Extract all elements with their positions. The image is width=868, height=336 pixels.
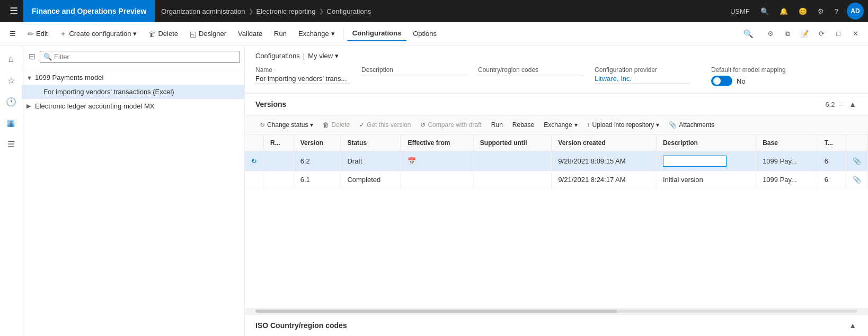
attachments-button[interactable]: 📎 Attachments	[665, 119, 719, 131]
search-bar-button[interactable]: 🔍	[738, 26, 759, 42]
provider-value[interactable]: Litware, Inc.	[595, 75, 690, 84]
table-row[interactable]: ↻ 6.2 Draft 📅 9/28/2021 8:09:15 AM	[245, 151, 868, 171]
restore-button[interactable]: ⟳	[813, 25, 830, 42]
notes-button[interactable]: 📝	[796, 25, 813, 42]
attachment-icon-row1: 📎	[853, 157, 861, 165]
versions-exchange-button[interactable]: Exchange ▾	[539, 119, 581, 131]
th-t[interactable]: T...	[818, 135, 846, 151]
sidebar-icons: ⌂ ☆ 🕐 ▦ ☰	[0, 46, 22, 336]
td-attachment-2[interactable]: 📎	[846, 171, 868, 188]
avatar[interactable]: AD	[847, 3, 864, 20]
table-row[interactable]: 6.1 Completed 9/21/2021 8:24:17 AM Initi…	[245, 171, 868, 188]
versions-delete-icon: 🗑	[323, 121, 329, 129]
provider-label: Configuration provider	[595, 66, 690, 74]
config-fields: Name For importing vendors' trans... Des…	[255, 66, 857, 86]
country-field-group: Country/region codes	[478, 66, 584, 76]
filter-icon-button[interactable]: ⊟	[26, 50, 38, 63]
sidebar-favorites-button[interactable]: ☆	[2, 71, 21, 90]
th-version[interactable]: Version	[294, 135, 341, 151]
config-breadcrumb-configs[interactable]: Configurations	[255, 52, 300, 60]
versions-table: R... Version Status Effective from Suppo…	[245, 135, 868, 188]
hamburger-icon: ☰	[10, 5, 18, 17]
th-supported-until[interactable]: Supported until	[473, 135, 552, 151]
breadcrumb-electronic-reporting[interactable]: Electronic reporting	[256, 7, 316, 15]
options-button[interactable]: Options	[408, 26, 442, 41]
company-selector[interactable]: USMF	[726, 0, 754, 22]
personalize-button[interactable]: ⚙	[762, 25, 779, 42]
exchange-button[interactable]: Exchange ▾	[293, 26, 340, 41]
search-nav-button[interactable]: 🔍	[756, 0, 773, 22]
left-panel-header: ⊟ 🔍	[22, 46, 244, 68]
create-configuration-button[interactable]: ＋ Create configuration ▾	[54, 26, 142, 42]
hamburger-menu-button[interactable]: ☰	[4, 26, 21, 41]
mapping-toggle[interactable]	[711, 76, 732, 86]
description-label: Description	[361, 66, 467, 74]
edit-button[interactable]: ✏ Edit	[22, 26, 53, 41]
help-button[interactable]: ?	[830, 0, 843, 22]
sidebar-modules-button[interactable]: ☰	[2, 134, 21, 153]
rebase-button[interactable]: Rebase	[508, 119, 538, 131]
tree-item-1099-payments[interactable]: ▼ 1099 Payments model	[22, 70, 244, 85]
get-this-version-button[interactable]: ✓ Get this version	[355, 119, 415, 131]
command-bar: ☰ ✏ Edit ＋ Create configuration ▾ 🗑 Dele…	[0, 22, 868, 46]
maximize-button[interactable]: □	[830, 25, 847, 42]
breadcrumb-configurations[interactable]: Configurations	[327, 7, 371, 15]
iso-collapse-button[interactable]: ▲	[848, 320, 857, 331]
delete-button[interactable]: 🗑 Delete	[143, 26, 183, 41]
description-input[interactable]	[663, 156, 727, 167]
td-refresh-icon: ↻	[245, 151, 264, 171]
my-view-button[interactable]: My view ▾	[308, 52, 339, 60]
tree-item-ledger[interactable]: ▶ Electronic ledger accounting model MX	[22, 99, 244, 113]
versions-collapse-button[interactable]: ▲	[848, 99, 857, 110]
breadcrumb-org-admin[interactable]: Organization administration	[161, 7, 245, 15]
change-status-button[interactable]: ↻ Change status ▾	[255, 119, 317, 131]
table-header-row: R... Version Status Effective from Suppo…	[245, 135, 868, 151]
compare-with-draft-button[interactable]: ↺ Compare with draft	[416, 119, 485, 131]
get-version-icon: ✓	[359, 121, 365, 129]
td-description-editing[interactable]	[656, 151, 756, 171]
designer-button[interactable]: ◱ Designer	[184, 26, 232, 41]
notifications-button[interactable]: 🔔	[775, 0, 792, 22]
app-menu-button[interactable]: ☰	[4, 0, 23, 22]
attachment-icon-row2: 📎	[853, 176, 861, 184]
chat-button[interactable]: 😊	[794, 0, 811, 22]
sidebar-recent-button[interactable]: 🕐	[2, 92, 21, 111]
td-version-created-2: 9/21/2021 8:24:17 AM	[552, 171, 657, 188]
open-new-window-button[interactable]: ⧉	[779, 25, 796, 42]
close-panel-button[interactable]: ✕	[847, 25, 864, 42]
sidebar-workspaces-button[interactable]: ▦	[2, 113, 21, 132]
td-attachment[interactable]: 📎	[846, 151, 868, 171]
cmd-separator	[343, 28, 344, 40]
scrollbar-track	[255, 310, 857, 313]
star-icon: ☆	[7, 76, 15, 86]
sidebar-home-button[interactable]: ⌂	[2, 50, 21, 69]
settings-button[interactable]: ⚙	[813, 0, 828, 22]
th-base[interactable]: Base	[756, 135, 818, 151]
th-status[interactable]: Status	[341, 135, 401, 151]
td-t: 6	[818, 151, 846, 171]
versions-current: 6.2	[825, 101, 835, 108]
th-effective-from[interactable]: Effective from	[401, 135, 473, 151]
scrollbar-thumb[interactable]	[255, 310, 617, 313]
upload-icon: ↑	[587, 121, 590, 129]
breadcrumb-sep-2: ❯	[319, 8, 324, 15]
clock-icon: 🕐	[6, 97, 16, 107]
calendar-icon[interactable]: 📅	[408, 157, 416, 165]
name-field-group: Name For importing vendors' trans...	[255, 66, 351, 84]
horizontal-scrollbar[interactable]	[245, 308, 868, 314]
run-button[interactable]: Run	[269, 26, 292, 41]
versions-run-button[interactable]: Run	[487, 119, 507, 131]
tree-expand-icon-ledger: ▶	[26, 103, 35, 110]
tree-item-import-excel[interactable]: For importing vendors' transactions (Exc…	[22, 85, 244, 99]
validate-button[interactable]: Validate	[233, 26, 268, 41]
versions-header: Versions 6.2 -- ▲	[245, 93, 868, 115]
th-description[interactable]: Description	[656, 135, 756, 151]
td-status: Draft	[341, 151, 401, 171]
filter-input[interactable]	[54, 53, 236, 61]
upload-into-repository-button[interactable]: ↑ Upload into repository ▾	[583, 119, 664, 131]
versions-delete-button[interactable]: 🗑 Delete	[318, 119, 354, 131]
th-version-created[interactable]: Version created	[552, 135, 657, 151]
th-r[interactable]: R...	[264, 135, 294, 151]
configurations-tab-button[interactable]: Configurations	[347, 26, 406, 41]
refresh-icon: ↻	[251, 157, 257, 165]
